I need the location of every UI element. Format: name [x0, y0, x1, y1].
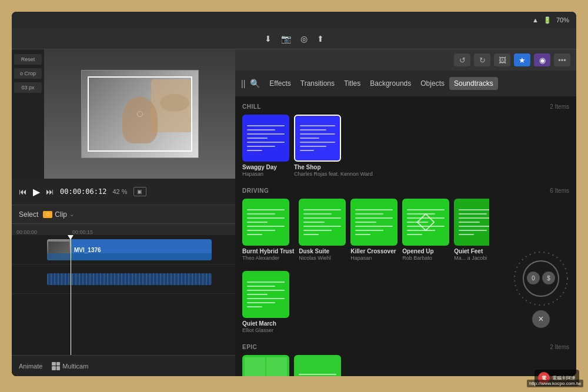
track-burnt-hybrid[interactable]: Burnt Hybrid Trust Theo Alexander — [242, 199, 294, 262]
camera-icon[interactable]: 📷 — [281, 34, 291, 43]
soundtrack-browser[interactable]: CHILL 2 Items — [235, 96, 576, 376]
track-quiet-feet[interactable]: Quiet Feet Ma... a Jacobi — [454, 199, 489, 262]
download-icon[interactable]: ⬇ — [265, 34, 272, 43]
ruler-marks: 00:00:00 00:00:15 — [12, 224, 235, 235]
tab-soundtracks[interactable]: Soundtracks — [449, 77, 498, 90]
clip-icon: □ — [43, 211, 52, 218]
track-killer-crossover[interactable]: Killer Crossover Hapasan — [350, 199, 397, 262]
l3 — [355, 217, 393, 219]
photo-library-button[interactable]: 🖼 — [494, 53, 510, 66]
fast-forward-button[interactable]: ⏭ — [46, 187, 54, 196]
l4 — [303, 222, 324, 223]
volume-buttons: 0 $ — [527, 272, 555, 284]
play-button[interactable]: ▶ — [33, 186, 40, 197]
tab-transitions[interactable]: Transitions — [296, 77, 339, 90]
l1 — [407, 209, 445, 210]
l4 — [247, 294, 268, 295]
animate-button[interactable]: Animate — [19, 363, 42, 370]
line-6 — [300, 146, 326, 147]
l1 — [459, 209, 489, 210]
epic-count: 2 Items — [550, 344, 569, 350]
more-button[interactable]: ••• — [554, 53, 570, 66]
timeline-tracks[interactable]: MVI_1376 — [12, 235, 235, 355]
line-5 — [300, 142, 335, 143]
browser-toolbar: || 🔍 Effects Transitions Titles Backgrou… — [235, 71, 576, 96]
volume-close-button[interactable]: × — [532, 310, 550, 328]
audio-track-row — [12, 264, 235, 294]
l2 — [459, 213, 487, 215]
killer-crossover-thumb — [350, 199, 397, 246]
crop-button[interactable]: o Crop — [14, 68, 42, 79]
circle-icon: ◉ — [539, 56, 546, 65]
clip-dropdown-icon[interactable]: ⌄ — [69, 211, 74, 217]
tab-titles[interactable]: Titles — [339, 77, 365, 90]
preview-main — [44, 49, 235, 179]
multicam-cell-1 — [52, 362, 56, 366]
target-icon[interactable]: ◎ — [300, 34, 308, 43]
track-opened-up[interactable]: Opened Up Rob Barbato — [402, 199, 449, 262]
swaggy-day-thumb — [242, 115, 289, 162]
track-quiet-march[interactable]: Quiet March Elliot Glasser — [242, 271, 289, 334]
epic-2-thumb — [294, 355, 341, 376]
search-button[interactable]: 🔍 — [250, 79, 260, 88]
l2 — [247, 286, 275, 287]
killer-crossover-artist: Hapasan — [350, 255, 397, 262]
volume-0-button[interactable]: 0 — [527, 272, 540, 284]
audio-waveform — [47, 253, 212, 260]
line-5 — [247, 142, 285, 143]
circle-button[interactable]: ◉ — [534, 53, 550, 66]
audio-clip[interactable] — [47, 273, 212, 285]
tab-backgrounds[interactable]: Backgrounds — [365, 77, 416, 90]
lines — [350, 199, 397, 246]
the-shop-thumb — [294, 115, 341, 162]
screen: ▲ 🔋 70% ⬇ 📷 ◎ ⬆ Reset o Crop 03 px — [12, 12, 576, 376]
epic-tracks — [242, 355, 569, 376]
lines — [242, 199, 289, 246]
l4 — [355, 222, 376, 223]
l6 — [407, 230, 435, 231]
fit-button[interactable]: ▣ — [133, 187, 146, 196]
l2 — [247, 213, 275, 215]
export-icon[interactable]: ⬆ — [317, 34, 324, 43]
video-clip[interactable]: MVI_1376 — [47, 239, 212, 260]
laptop-frame: ▲ 🔋 70% ⬇ 📷 ◎ ⬆ Reset o Crop 03 px — [0, 0, 588, 392]
line-7 — [300, 150, 314, 151]
favorites-button[interactable]: ★ — [514, 53, 530, 66]
swaggy-day-artist: Hapasan — [242, 171, 289, 178]
volume-s-button[interactable]: $ — [542, 272, 555, 284]
tab-objects[interactable]: Objects — [416, 77, 449, 90]
multicam-cell-4 — [56, 366, 61, 370]
l7 — [407, 234, 422, 235]
opened-up-artist: Rob Barbato — [402, 255, 449, 262]
line-4 — [247, 138, 268, 139]
volume-control-overlay: 0 $ × — [512, 249, 570, 328]
more-icon: ••• — [558, 56, 566, 65]
l3 — [303, 217, 341, 219]
opened-up-thumb — [402, 199, 449, 246]
reset-button[interactable]: Reset — [14, 54, 42, 65]
line-6 — [247, 146, 275, 147]
l2 — [355, 213, 383, 215]
the-shop-lines — [295, 116, 340, 160]
l7 — [303, 234, 319, 235]
tab-effects[interactable]: Effects — [265, 77, 295, 90]
l4 — [459, 222, 479, 223]
pause-button[interactable]: || — [241, 79, 245, 88]
track-epic-2[interactable] — [294, 355, 341, 376]
multicam-button[interactable]: Multicam — [52, 362, 88, 370]
track-dusk-suite[interactable]: Dusk Suite Nicolas Wiehl — [299, 199, 346, 262]
track-the-shop[interactable]: The Shop Charles Rojas feat. Kennon Ward — [294, 115, 373, 178]
rewind-button[interactable]: ⏮ — [19, 187, 27, 196]
undo-button[interactable]: ↺ — [454, 53, 470, 66]
line-2 — [247, 129, 275, 130]
l3 — [459, 217, 489, 219]
track-swaggy-day[interactable]: Swaggy Day Hapasan — [242, 115, 289, 178]
video-frame — [81, 70, 199, 158]
driving-section-header: DRIVING 6 Items — [242, 187, 569, 194]
redo-button[interactable]: ↻ — [474, 53, 490, 66]
chill-tracks: Swaggy Day Hapasan — [242, 115, 569, 178]
track-epic-1[interactable] — [242, 355, 289, 376]
clip-indicator: □ Clip ⌄ — [43, 210, 74, 219]
line-1 — [300, 125, 335, 126]
l6 — [355, 230, 383, 231]
